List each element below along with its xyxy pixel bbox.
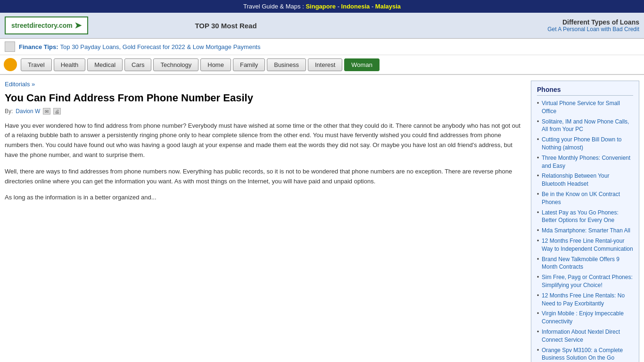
logo-arrow-icon: ➤ (74, 20, 82, 31)
sidebar-list-item: Latest Pay as You Go Phones: Better Opti… (537, 209, 633, 225)
top-bar: Travel Guide & Maps : Singapore - Indone… (0, 0, 644, 13)
breadcrumb-sep: » (32, 81, 35, 88)
ad-title: Different Types of Loans (363, 18, 639, 26)
sidebar-link-11[interactable]: 12 Months Free Line Rentals: No Need to … (542, 292, 625, 307)
author-link[interactable]: Davion W (16, 108, 40, 115)
article-paragraph-2: Well, there are ways to find addresses f… (5, 167, 521, 187)
nav-medical[interactable]: Medical (87, 58, 123, 71)
article-title: You Can Find Address From Phone Number E… (5, 91, 521, 105)
sidebar-list-item: Orange Spv M3100: a Complete Business So… (537, 346, 633, 362)
sidebar-link-13[interactable]: Information About Nextel Direct Connect … (542, 329, 620, 343)
nav-woman[interactable]: Woman (344, 58, 380, 71)
nav-health[interactable]: Health (54, 58, 86, 71)
site-logo[interactable]: streetdirectory.com ➤ (5, 16, 88, 34)
article-paragraph-3: As long as the information is in a bette… (5, 193, 521, 203)
nav-family[interactable]: Family (233, 58, 265, 71)
sidebar-list-item: Information About Nextel Direct Connect … (537, 328, 633, 344)
banner-ad[interactable]: Different Types of Loans Get A Personal … (363, 18, 639, 33)
nav-home-icon (4, 58, 17, 71)
sep2: - (372, 3, 375, 10)
finance-icon (5, 41, 15, 52)
travel-guide-label: Travel Guide & Maps : (243, 3, 304, 10)
sidebar: Phones Virtual Phone Service for Small O… (531, 81, 639, 362)
sidebar-link-10[interactable]: Sim Free, Payg or Contract Phones: Simpl… (542, 274, 633, 288)
nav-home[interactable]: Home (200, 58, 231, 71)
sidebar-list-item: Sim Free, Payg or Contract Phones: Simpl… (537, 273, 633, 289)
sidebar-title: Phones (537, 86, 633, 96)
malaysia-link[interactable]: Malaysia (375, 3, 401, 10)
finance-link[interactable]: Top 30 Payday Loans, Gold Forecast for 2… (60, 43, 261, 50)
logo-text: streetdirectory.com (11, 22, 73, 29)
nav-technology[interactable]: Technology (153, 58, 198, 71)
sidebar-links-list: Virtual Phone Service for Small OfficeSo… (537, 99, 633, 362)
sidebar-link-14[interactable]: Orange Spv M3100: a Complete Business So… (542, 347, 623, 362)
sidebar-link-2[interactable]: Cutting your Phone Bill Down to Nothing … (542, 136, 621, 151)
sidebar-link-8[interactable]: 12 Months Free Line Rental-your Way to I… (542, 238, 633, 252)
article-byline: By: Davion W ✉ 🖨 (5, 108, 521, 115)
sidebar-link-1[interactable]: Solitaire, IM and Now Phone Calls, All f… (542, 118, 629, 133)
finance-bar: Finance Tips: Top 30 Payday Loans, Gold … (0, 39, 644, 55)
sidebar-link-12[interactable]: Virgin Mobile : Enjoy Impeccable Connect… (542, 310, 624, 325)
sidebar-link-4[interactable]: Relationship Between Your Bluetooth Head… (542, 173, 609, 187)
ad-subtitle: Get A Personal Loan with Bad Credit (363, 26, 639, 33)
sidebar-link-6[interactable]: Latest Pay as You Go Phones: Better Opti… (542, 209, 619, 224)
sidebar-list-item: Three Monthly Phones: Convenient and Eas… (537, 154, 633, 170)
breadcrumb-link[interactable]: Editorials (5, 81, 30, 88)
sidebar-list-item: Virgin Mobile : Enjoy Impeccable Connect… (537, 310, 633, 326)
sidebar-list-item: Relationship Between Your Bluetooth Head… (537, 172, 633, 188)
sidebar-list-item: Brand New Talkmobile Offers 9 Month Cont… (537, 255, 633, 272)
sidebar-link-7[interactable]: Mda Smartphone: Smarter Than All (542, 227, 630, 234)
sidebar-list-item: Virtual Phone Service for Small Office (537, 99, 633, 115)
article-paragraph-1: Have you ever wondered how to find addre… (5, 121, 521, 160)
sidebar-link-3[interactable]: Three Monthly Phones: Convenient and Eas… (542, 155, 630, 169)
banner: streetdirectory.com ➤ TOP 30 Most Read D… (0, 13, 644, 39)
sidebar-list-item: 12 Months Free Line Rental-your Way to I… (537, 237, 633, 253)
sidebar-link-0[interactable]: Virtual Phone Service for Small Office (542, 100, 620, 115)
mail-icon[interactable]: ✉ (43, 108, 50, 115)
main-content: Editorials » You Can Find Address From P… (0, 75, 644, 362)
nav-business[interactable]: Business (267, 58, 306, 71)
finance-label: Finance Tips: (19, 43, 58, 50)
print-icon[interactable]: 🖨 (53, 108, 61, 115)
sidebar-list-item: Mda Smartphone: Smarter Than All (537, 227, 633, 235)
sep1: - (338, 3, 341, 10)
nav-interest[interactable]: Interest (308, 58, 342, 71)
sidebar-list-item: Be in the Know on UK Contract Phones (537, 190, 633, 206)
indonesia-link[interactable]: Indonesia (341, 3, 370, 10)
nav-bar: Travel Health Medical Cars Technology Ho… (0, 55, 644, 75)
sidebar-box: Phones Virtual Phone Service for Small O… (531, 81, 639, 362)
sidebar-list-item: 12 Months Free Line Rentals: No Need to … (537, 292, 633, 308)
sidebar-list-item: Cutting your Phone Bill Down to Nothing … (537, 136, 633, 152)
nav-cars[interactable]: Cars (124, 58, 151, 71)
sidebar-link-5[interactable]: Be in the Know on UK Contract Phones (542, 191, 620, 206)
nav-travel[interactable]: Travel (21, 58, 52, 71)
singapore-link[interactable]: Singapore (305, 3, 336, 10)
article-section: Editorials » You Can Find Address From P… (5, 81, 531, 362)
sidebar-link-9[interactable]: Brand New Talkmobile Offers 9 Month Cont… (542, 256, 619, 271)
sidebar-list-item: Solitaire, IM and Now Phone Calls, All f… (537, 118, 633, 134)
breadcrumb: Editorials » (5, 81, 521, 88)
top30-label: TOP 30 Most Read (88, 22, 364, 30)
byline-prefix: By: (5, 108, 13, 115)
